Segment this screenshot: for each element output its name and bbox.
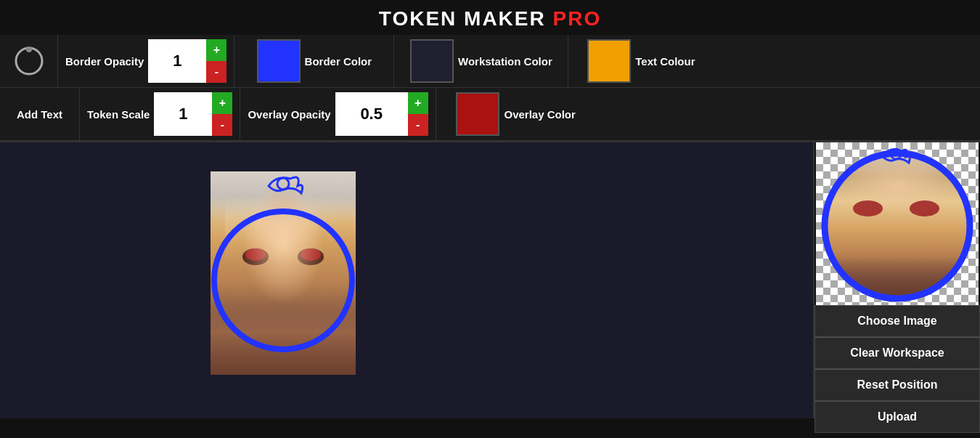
- add-text-cell: Add Text: [0, 88, 80, 140]
- character-art: [211, 171, 356, 375]
- app-header: TOKEN MAKER PRO: [0, 0, 980, 35]
- toolbar-row-1: Border Opacity + - Border Color Workstat…: [0, 35, 980, 88]
- border-color-cell: Border Color: [234, 35, 394, 87]
- border-opacity-control: + -: [148, 39, 226, 83]
- token-scale-plus-button[interactable]: +: [212, 92, 232, 114]
- overlay-opacity-input[interactable]: [335, 92, 408, 136]
- text-colour-swatch[interactable]: [587, 39, 631, 83]
- border-opacity-label: Border Opacity: [65, 55, 144, 68]
- border-opacity-minus-button[interactable]: -: [206, 61, 226, 83]
- text-colour-cell: Text Colour: [568, 35, 714, 87]
- border-icon-cell: [0, 35, 58, 87]
- border-color-label: Border Color: [305, 55, 372, 68]
- border-opacity-input[interactable]: [148, 39, 206, 83]
- toolbar: Border Opacity + - Border Color Workstat…: [0, 35, 980, 142]
- token-scale-cell: Token Scale + -: [80, 88, 240, 140]
- overlay-opacity-plus-button[interactable]: +: [408, 92, 428, 114]
- border-opacity-btn-col: + -: [206, 39, 226, 83]
- token-scale-label: Token Scale: [87, 108, 150, 121]
- overlay-color-cell: Overlay Color: [436, 88, 596, 140]
- workstation-color-swatch[interactable]: [410, 39, 454, 83]
- overlay-opacity-minus-button[interactable]: -: [408, 114, 428, 136]
- token-scale-btn-col: + -: [212, 92, 232, 136]
- overlay-opacity-control: + -: [335, 92, 428, 136]
- overlay-opacity-cell: Overlay Opacity + -: [240, 88, 436, 140]
- svg-point-5: [825, 153, 970, 299]
- overlay-color-label: Overlay Color: [504, 108, 575, 121]
- border-opacity-plus-button[interactable]: +: [206, 39, 226, 61]
- upload-button[interactable]: Upload: [814, 401, 980, 433]
- token-scale-input[interactable]: [154, 92, 212, 136]
- toolbar-row-2: Add Text Token Scale + - Overlay Opacity…: [0, 88, 980, 141]
- border-ring-icon: [12, 44, 46, 78]
- text-colour-label: Text Colour: [635, 55, 695, 68]
- overlay-opacity-btn-col: + -: [408, 92, 428, 136]
- preview-circle-svg: [816, 142, 979, 305]
- workspace[interactable]: [0, 142, 813, 418]
- border-color-swatch[interactable]: [257, 39, 301, 83]
- app-pro-label: PRO: [553, 7, 602, 30]
- token-scale-minus-button[interactable]: -: [212, 114, 232, 136]
- main-content: Choose Image Clear Workspace Reset Posit…: [0, 142, 980, 418]
- workspace-character: [211, 171, 356, 375]
- preview-panel: Choose Image Clear Workspace Reset Posit…: [813, 142, 980, 418]
- workstation-color-label: Workstation Color: [458, 55, 552, 68]
- overlay-color-swatch[interactable]: [456, 92, 499, 136]
- token-scale-control: + -: [154, 92, 232, 136]
- overlay-opacity-label: Overlay Opacity: [248, 108, 330, 121]
- choose-image-button[interactable]: Choose Image: [814, 305, 980, 337]
- svg-point-1: [26, 46, 32, 52]
- app-title: TOKEN MAKER: [379, 7, 546, 30]
- token-preview-inner: [816, 142, 979, 305]
- token-preview: [816, 142, 979, 305]
- border-opacity-cell: Border Opacity + -: [58, 35, 234, 87]
- reset-position-button[interactable]: Reset Position: [814, 369, 980, 401]
- workstation-color-cell: Workstation Color: [394, 35, 568, 87]
- add-text-label[interactable]: Add Text: [17, 108, 62, 121]
- action-buttons: Choose Image Clear Workspace Reset Posit…: [814, 305, 980, 433]
- clear-workspace-button[interactable]: Clear Workspace: [814, 337, 980, 369]
